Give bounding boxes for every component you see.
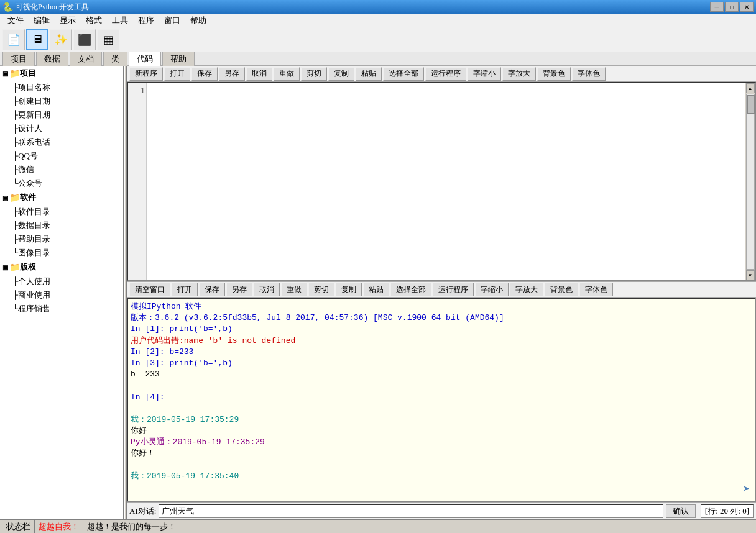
btn-paste[interactable]: 粘贴 bbox=[356, 67, 382, 81]
tree-item-software-dir[interactable]: ├软件目录 bbox=[0, 205, 123, 219]
console-line bbox=[131, 403, 752, 414]
tab-class[interactable]: 类 bbox=[103, 52, 127, 66]
console-line: 你好 bbox=[131, 426, 752, 437]
btn-cancel[interactable]: 取消 bbox=[246, 67, 272, 81]
btn-save-as[interactable]: 另存 bbox=[219, 67, 245, 81]
btn-cancel2[interactable]: 取消 bbox=[254, 283, 280, 296]
tree-item-data-dir[interactable]: ├数据目录 bbox=[0, 219, 123, 232]
btn-save2[interactable]: 保存 bbox=[199, 283, 225, 296]
btn-select-all2[interactable]: 选择全部 bbox=[390, 283, 431, 296]
tree-item-project-name[interactable]: ├项目名称 bbox=[0, 81, 123, 94]
tree-item-create-date[interactable]: ├创建日期 bbox=[0, 94, 123, 108]
tree-section-copyright[interactable]: ▣ 📁 版权 bbox=[0, 260, 123, 275]
btn-run2[interactable]: 运行程序 bbox=[433, 283, 474, 296]
btn-new[interactable]: 新程序 bbox=[129, 67, 163, 81]
btn-font-larger[interactable]: 字放大 bbox=[502, 67, 536, 81]
console-area[interactable]: 模拟IPython 软件 版本：3.6.2 (v3.6.2:5fd33b5, J… bbox=[127, 298, 756, 502]
ai-bar: AI对话: 确认 [行: 20 列: 0] bbox=[127, 502, 756, 519]
btn-cut2[interactable]: 剪切 bbox=[308, 283, 334, 296]
editor-scrollbar[interactable]: ▲ ▼ bbox=[745, 83, 755, 280]
console-content: 模拟IPython 软件 版本：3.6.2 (v3.6.2:5fd33b5, J… bbox=[131, 301, 752, 480]
tree-section-software[interactable]: ▣ 📁 软件 bbox=[0, 190, 123, 205]
btn-redo[interactable]: 重做 bbox=[274, 67, 300, 81]
tree-item-program-sale[interactable]: └程序销售 bbox=[0, 302, 123, 316]
status-section-middle2: 超越！是我们的每一步！ bbox=[83, 520, 180, 533]
menu-file[interactable]: 文件 bbox=[2, 14, 29, 27]
tree-item-wechat[interactable]: ├微信 bbox=[0, 163, 123, 176]
btn-select-all[interactable]: 选择全部 bbox=[383, 67, 424, 81]
btn-font-larger2[interactable]: 字放大 bbox=[510, 283, 543, 296]
btn-save[interactable]: 保存 bbox=[191, 67, 218, 81]
tab-help[interactable]: 帮助 bbox=[162, 52, 195, 66]
tree-item-designer[interactable]: ├设计人 bbox=[0, 122, 123, 135]
btn-redo2[interactable]: 重做 bbox=[281, 283, 307, 296]
tree-item-personal-use[interactable]: ├个人使用 bbox=[0, 275, 123, 288]
tree-item-commercial-use[interactable]: ├商业使用 bbox=[0, 288, 123, 302]
toolbar-editor[interactable]: 🖥 bbox=[26, 29, 48, 50]
tab-project[interactable]: 项目 bbox=[2, 52, 35, 66]
send-icon[interactable]: ➤ bbox=[743, 482, 750, 496]
tree-item-update-date[interactable]: ├更新日期 bbox=[0, 108, 123, 122]
btn-paste2[interactable]: 粘贴 bbox=[363, 283, 389, 296]
console-line bbox=[131, 460, 752, 471]
tab-code[interactable]: 代码 bbox=[129, 52, 161, 66]
scroll-thumb[interactable] bbox=[747, 95, 755, 114]
toolbar-new[interactable]: 📄 bbox=[2, 29, 25, 50]
btn-font-color[interactable]: 字体色 bbox=[572, 67, 606, 81]
btn-bg-color[interactable]: 背景色 bbox=[537, 67, 571, 81]
toolbar-grid[interactable]: ▦ bbox=[97, 29, 119, 50]
btn-font-smaller[interactable]: 字缩小 bbox=[468, 67, 501, 81]
btn-cut[interactable]: 剪切 bbox=[301, 67, 327, 81]
code-editor[interactable] bbox=[147, 83, 745, 280]
tree-item-qq[interactable]: ├QQ号 bbox=[0, 149, 123, 163]
menu-program[interactable]: 程序 bbox=[133, 14, 159, 27]
tab-docs[interactable]: 文档 bbox=[70, 52, 102, 66]
minimize-button[interactable]: ─ bbox=[710, 2, 724, 12]
console-line: In [1]: print('b=',b) bbox=[131, 324, 752, 335]
btn-open2[interactable]: 打开 bbox=[172, 283, 198, 296]
console-line: Py小灵通：2019-05-19 17:35:29 bbox=[131, 437, 752, 448]
toolbar-magic[interactable]: ✨ bbox=[50, 29, 72, 50]
scroll-up-arrow[interactable]: ▲ bbox=[746, 83, 755, 93]
menu-view[interactable]: 显示 bbox=[55, 14, 81, 27]
ai-confirm-button[interactable]: 确认 bbox=[666, 504, 696, 518]
btn-open[interactable]: 打开 bbox=[164, 67, 190, 81]
scroll-down-arrow[interactable]: ▼ bbox=[746, 270, 755, 280]
status-message2: 超越！是我们的每一步！ bbox=[87, 521, 176, 532]
console-line: 你好！ bbox=[131, 448, 752, 459]
btn-bg-color2[interactable]: 背景色 bbox=[545, 283, 578, 296]
menu-format[interactable]: 格式 bbox=[81, 14, 107, 27]
btn-save-as2[interactable]: 另存 bbox=[226, 283, 252, 296]
tree-item-phone[interactable]: ├联系电话 bbox=[0, 135, 123, 149]
menu-tools[interactable]: 工具 bbox=[107, 14, 133, 27]
btn-copy2[interactable]: 复制 bbox=[336, 283, 362, 296]
console-line: In [2]: b=233 bbox=[131, 347, 752, 358]
ai-input[interactable] bbox=[159, 504, 663, 518]
menu-window[interactable]: 窗口 bbox=[159, 14, 185, 27]
console-line: 版本：3.6.2 (v3.6.2:5fd33b5, Jul 8 2017, 04… bbox=[131, 312, 752, 324]
btn-run[interactable]: 运行程序 bbox=[425, 67, 466, 81]
menu-edit[interactable]: 编辑 bbox=[29, 14, 55, 27]
tree-item-help-dir[interactable]: ├帮助目录 bbox=[0, 232, 123, 246]
editor-area[interactable]: 1 ▲ ▼ bbox=[127, 82, 756, 281]
btn-font-smaller2[interactable]: 字缩小 bbox=[475, 283, 509, 296]
tree-item-wechat-official[interactable]: └公众号 bbox=[0, 176, 123, 190]
main-layout: ▣ 📁 项目 ├项目名称 ├创建日期 ├更新日期 ├设计人 ├联系电话 ├QQ号… bbox=[0, 66, 756, 519]
expand-software-icon[interactable]: ▣ bbox=[2, 194, 8, 201]
expand-copyright-icon[interactable]: ▣ bbox=[2, 264, 8, 271]
maximize-button[interactable]: □ bbox=[725, 2, 739, 12]
tree-section-project[interactable]: ▣ 📁 项目 bbox=[0, 66, 123, 81]
tree-item-image-dir[interactable]: └图像目录 bbox=[0, 246, 123, 260]
btn-font-color2[interactable]: 字体色 bbox=[579, 283, 613, 296]
scroll-track[interactable] bbox=[746, 94, 755, 270]
row-label: [行: 20 列: 0] bbox=[705, 506, 749, 517]
menu-help[interactable]: 帮助 bbox=[185, 14, 211, 27]
btn-copy[interactable]: 复制 bbox=[328, 67, 354, 81]
tab-bar: 项目 数据 文档 类 代码 帮助 bbox=[0, 52, 756, 66]
toolbar-terminal[interactable]: ⬛ bbox=[73, 29, 96, 50]
close-button[interactable]: ✕ bbox=[740, 2, 754, 12]
tab-data[interactable]: 数据 bbox=[36, 52, 68, 66]
ai-label: AI对话: bbox=[129, 506, 156, 517]
expand-project-icon[interactable]: ▣ bbox=[2, 70, 8, 77]
btn-clear-window[interactable]: 清空窗口 bbox=[129, 283, 170, 296]
